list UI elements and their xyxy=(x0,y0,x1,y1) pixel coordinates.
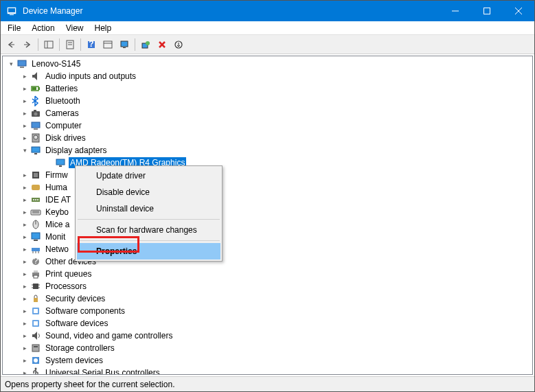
root-label: Lenovo-S145 xyxy=(30,58,82,69)
expand-icon[interactable]: ▸ xyxy=(19,367,30,375)
expand-icon[interactable]: ▸ xyxy=(19,120,30,131)
expand-icon[interactable]: ▸ xyxy=(19,318,30,329)
security-icon xyxy=(30,293,41,304)
expand-icon[interactable]: ▸ xyxy=(19,330,30,341)
menu-file[interactable]: File xyxy=(2,22,26,34)
expand-icon[interactable]: ▸ xyxy=(19,244,30,255)
category-label: Netwo xyxy=(44,244,70,255)
tree-category[interactable]: ▸Storage controllers xyxy=(3,342,532,354)
category-label: Computer xyxy=(44,120,83,131)
svg-rect-28 xyxy=(38,87,40,90)
category-label: Sound, video and game controllers xyxy=(44,330,174,341)
scan-hardware-button[interactable] xyxy=(138,37,153,52)
svg-rect-38 xyxy=(34,153,37,154)
camera-icon xyxy=(30,108,41,119)
svg-rect-19 xyxy=(123,47,126,48)
svg-rect-42 xyxy=(34,173,38,177)
show-hide-tree-button[interactable] xyxy=(41,37,56,52)
tree-category[interactable]: ▸Cameras xyxy=(3,107,532,119)
category-label: Keybo xyxy=(44,207,70,218)
expand-icon[interactable]: ▸ xyxy=(19,132,30,143)
svg-text:?: ? xyxy=(34,256,38,266)
context-item[interactable]: Disable device xyxy=(77,184,220,200)
expand-icon[interactable]: ▸ xyxy=(19,182,30,193)
context-item[interactable]: Scan for hardware changes xyxy=(77,222,220,238)
expand-icon[interactable]: ▸ xyxy=(19,108,30,119)
expand-icon[interactable]: ▸ xyxy=(19,95,30,106)
context-separator xyxy=(78,240,220,241)
menu-view[interactable]: View xyxy=(60,22,89,34)
svg-point-21 xyxy=(146,41,150,45)
expand-icon[interactable]: ▸ xyxy=(19,293,30,304)
uninstall-button[interactable] xyxy=(155,37,170,52)
tree-category[interactable]: ▸System devices xyxy=(3,354,532,367)
tree-category[interactable]: ▸Universal Serial Bus controllers xyxy=(3,367,532,375)
menu-action[interactable]: Action xyxy=(26,22,60,34)
expand-icon[interactable]: ▸ xyxy=(19,231,30,242)
tree-category[interactable]: ▸Bluetooth xyxy=(3,95,532,107)
tree-category[interactable]: ▸Security devices xyxy=(3,292,532,305)
context-item[interactable]: Update driver xyxy=(77,168,220,184)
tree-category[interactable]: ▸Software components xyxy=(3,305,532,317)
expand-icon[interactable]: ▸ xyxy=(19,305,30,316)
statusbar: Opens property sheet for the current sel… xyxy=(1,376,534,391)
context-item[interactable]: Uninstall device xyxy=(77,200,220,217)
expand-icon[interactable]: ▸ xyxy=(19,268,30,279)
tree-category[interactable]: ▾Display adapters xyxy=(3,144,532,157)
category-label: Storage controllers xyxy=(44,343,116,354)
tree-category[interactable]: ▸Processors xyxy=(3,280,532,292)
context-item[interactable]: Properties xyxy=(77,243,220,260)
maximize-button[interactable] xyxy=(471,1,503,21)
expand-icon[interactable]: ▾ xyxy=(19,145,30,156)
tree-category[interactable]: ▸Sound, video and game controllers xyxy=(3,330,532,342)
tree-category[interactable]: ▸Software devices xyxy=(3,317,532,330)
usb-icon xyxy=(30,367,41,375)
back-button[interactable] xyxy=(3,37,19,52)
expand-icon[interactable]: ▸ xyxy=(19,219,30,230)
svg-rect-1 xyxy=(8,8,15,12)
svg-rect-29 xyxy=(32,87,36,90)
expand-icon[interactable]: ▸ xyxy=(19,83,30,94)
menu-help[interactable]: Help xyxy=(89,22,117,34)
svg-rect-71 xyxy=(34,309,38,313)
system-icon xyxy=(30,355,41,366)
titlebar: Device Manager xyxy=(1,1,534,21)
menubar: File Action View Help xyxy=(1,21,534,35)
category-label: System devices xyxy=(44,355,104,366)
help-button[interactable]: ? xyxy=(84,37,99,52)
expand-icon[interactable]: ▸ xyxy=(19,343,30,354)
tree-category[interactable]: ▸Print queues xyxy=(3,268,532,280)
svg-rect-9 xyxy=(45,41,53,48)
expand-icon[interactable]: ▸ xyxy=(19,194,30,205)
tree-category[interactable]: ▸Batteries xyxy=(3,82,532,95)
minimize-button[interactable] xyxy=(440,1,471,21)
hid-icon xyxy=(30,182,41,193)
expand-icon[interactable]: ▸ xyxy=(19,71,30,82)
expand-icon[interactable]: ▸ xyxy=(19,355,30,366)
expand-icon[interactable]: ▸ xyxy=(19,281,30,292)
software-icon xyxy=(30,305,41,316)
close-button[interactable] xyxy=(503,1,534,21)
monitor-button[interactable] xyxy=(117,37,132,52)
expand-icon[interactable]: ▸ xyxy=(19,170,30,181)
action-button[interactable] xyxy=(100,37,115,52)
tree-category[interactable]: ▸Audio inputs and outputs xyxy=(3,70,532,82)
forward-button[interactable] xyxy=(20,37,35,52)
category-label: Audio inputs and outputs xyxy=(44,71,137,82)
expand-icon[interactable]: ▸ xyxy=(19,207,30,218)
other-icon: ? xyxy=(30,256,41,267)
svg-rect-2 xyxy=(10,14,14,15)
svg-point-36 xyxy=(34,135,38,139)
tree-category[interactable]: ▸Disk drives xyxy=(3,132,532,144)
tree-category[interactable]: ▸Computer xyxy=(3,119,532,132)
tree-root[interactable]: ▾Lenovo-S145 xyxy=(3,58,532,70)
network-icon xyxy=(30,244,41,255)
properties-button[interactable] xyxy=(62,37,78,52)
update-button[interactable] xyxy=(171,37,186,52)
category-label: IDE AT xyxy=(44,194,72,205)
expand-icon[interactable]: ▸ xyxy=(19,256,30,267)
svg-rect-32 xyxy=(34,110,36,111)
svg-point-47 xyxy=(37,199,38,200)
display-icon xyxy=(55,157,66,168)
collapse-icon[interactable]: ▾ xyxy=(5,58,16,69)
